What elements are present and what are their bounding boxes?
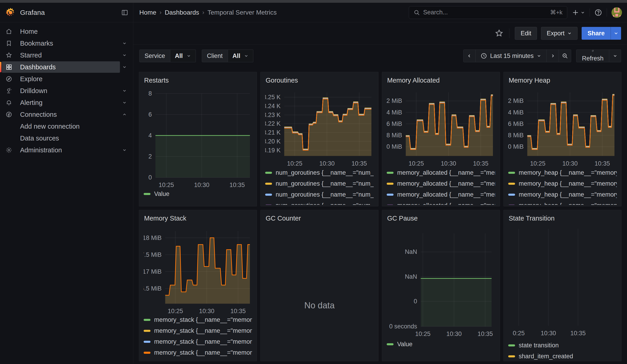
filter-bar: Service All Client All Las (133, 45, 627, 67)
memory-heap-chart[interactable]: 72 MiB64 MiB56 MiB48 MiB40 MiB10:2510:30… (508, 87, 617, 167)
breadcrumb-home[interactable]: Home (139, 9, 157, 16)
service-filter: Service All (139, 50, 196, 62)
favorite-star-icon[interactable] (495, 29, 504, 38)
zoom-out-button[interactable] (559, 50, 571, 62)
legend-series-marker (387, 172, 394, 174)
share-menu-button[interactable] (611, 27, 621, 40)
memory-allocated-chart[interactable]: 72 MiB64 MiB56 MiB48 MiB40 MiB10:2510:30… (387, 87, 495, 167)
legend-series-label: state transition (519, 342, 559, 349)
svg-text:18 MiB: 18 MiB (144, 234, 162, 241)
svg-text:3.24 K: 3.24 K (265, 103, 281, 109)
svg-text:0: 0 (149, 174, 152, 181)
legend-series-marker (265, 194, 272, 196)
zoom-out-icon (562, 53, 568, 59)
compass-icon (5, 75, 12, 82)
legend-item[interactable]: Value (144, 188, 252, 199)
export-button[interactable]: Export (541, 27, 577, 40)
client-filter: Client All (202, 50, 254, 62)
svg-text:40 MiB: 40 MiB (387, 143, 402, 150)
svg-text:10:30: 10:30 (194, 182, 209, 188)
chart-legend: Value (144, 188, 252, 199)
legend-item[interactable]: num_goroutines {__name__="num_go (265, 200, 374, 205)
sidebar-item-alerting[interactable]: Alerting (0, 97, 133, 108)
sidebar-item-data-sources[interactable]: Data sources (0, 132, 133, 144)
sidebar: Home Bookmarks Starred Dashboards Explor… (0, 22, 133, 364)
legend-item[interactable]: memory_heap {__name__="memory_h (508, 167, 617, 178)
legend-item[interactable]: memory_heap {__name__="memory_h (508, 178, 617, 189)
share-button[interactable]: Share (582, 27, 611, 40)
sidebar-item-dashboards[interactable]: Dashboards (0, 61, 133, 73)
time-forward-button[interactable] (547, 50, 559, 62)
panel-state-transition: State Transition 0:2510:3010:35 state tr… (503, 210, 622, 361)
legend-series-marker (265, 205, 272, 205)
legend-series-label: memory_stack {__name__="memory_s (154, 338, 252, 345)
sidebar-item-add-new-connection[interactable]: Add new connection (0, 120, 133, 132)
legend-series-marker (508, 172, 515, 174)
legend-series-label: Value (397, 341, 413, 348)
sidebar-item-starred[interactable]: Starred (0, 49, 133, 61)
panel-title: Memory Stack (144, 215, 252, 222)
time-range-picker[interactable]: Last 15 minutes (476, 50, 547, 62)
service-filter-value[interactable]: All (170, 50, 196, 62)
sidebar-item-drilldown[interactable]: Drilldown (0, 85, 133, 97)
search-box[interactable]: ⌘+k (409, 6, 567, 19)
refresh-group: Refresh (576, 50, 621, 62)
sidebar-item-connections[interactable]: Connections (0, 108, 133, 120)
memory-stack-chart[interactable]: 18 MiB17.5 MiB17 MiB16.5 MiB10:2510:3010… (144, 225, 252, 314)
legend-item[interactable]: memory_allocated {__name__="memo (387, 178, 495, 189)
svg-text:2: 2 (149, 153, 152, 160)
chevron-down-icon (580, 10, 585, 15)
legend-item[interactable]: memory_heap {__name__="memory_h (508, 189, 617, 200)
header-divider (590, 8, 590, 17)
legend-item[interactable]: memory_heap {__name__="memory_h (508, 200, 617, 205)
legend-series-marker (265, 172, 272, 174)
goroutines-chart[interactable]: 3.25 K3.24 K3.23 K3.22 K3.21 K3.20 K3.19… (265, 87, 374, 167)
add-new-button[interactable] (572, 9, 585, 16)
gc-pause-chart[interactable]: NaNNaN00 seconds10:2510:3010:35 (387, 225, 495, 339)
sidebar-item-home[interactable]: Home (0, 26, 133, 37)
svg-text:10:30: 10:30 (199, 308, 214, 314)
sidebar-toggle-icon[interactable] (121, 9, 128, 16)
panel-goroutines: Goroutines 3.25 K3.24 K3.23 K3.22 K3.21 … (260, 72, 378, 207)
sidebar-item-administration[interactable]: Administration (0, 144, 133, 156)
chevron-down-icon (567, 31, 572, 36)
legend-series-marker (508, 183, 515, 185)
breadcrumb-dashboards[interactable]: Dashboards (165, 9, 199, 16)
legend-item[interactable]: memory_stack {__name__="memory_s (144, 314, 252, 325)
legend-item[interactable]: memory_stack {__name__="memory_s (144, 325, 252, 336)
client-filter-label: Client (202, 50, 228, 62)
legend-series-label: num_goroutines {__name__="num_go (276, 202, 374, 205)
sidebar-item-explore[interactable]: Explore (0, 73, 133, 85)
legend-item[interactable]: memory_stack {__name__="memory_s (144, 347, 252, 358)
help-button[interactable] (594, 9, 602, 16)
legend-item[interactable]: num_goroutines {__name__="num_go (265, 178, 374, 189)
state-transition-chart[interactable]: 0:2510:3010:35 (508, 225, 617, 340)
legend-item[interactable]: shard_item_created (508, 351, 617, 361)
time-controls: Last 15 minutes Refresh (463, 50, 621, 62)
edit-button[interactable]: Edit (515, 27, 537, 40)
refresh-button[interactable]: Refresh (576, 50, 609, 62)
search-input[interactable] (423, 9, 547, 16)
legend-series-label: num_goroutines {__name__="num_go (276, 169, 374, 176)
legend-item[interactable]: state transition (508, 340, 617, 351)
home-icon (5, 28, 12, 35)
legend-item[interactable]: memory_allocated {__name__="memo (387, 189, 495, 200)
legend-item[interactable]: Value (387, 339, 495, 350)
refresh-interval-button[interactable] (609, 50, 621, 62)
svg-text:NaN: NaN (405, 273, 417, 280)
avatar[interactable] (612, 7, 622, 18)
legend-item[interactable]: memory_allocated {__name__="memo (387, 200, 495, 205)
legend-item[interactable]: num_goroutines {__name__="num_go (265, 167, 374, 178)
restarts-chart[interactable]: 8642010:2510:3010:35 (144, 87, 252, 188)
legend-item[interactable]: num_goroutines {__name__="num_go (265, 189, 374, 200)
sidebar-item-bookmarks[interactable]: Bookmarks (0, 37, 133, 49)
client-filter-value[interactable]: All (228, 50, 254, 62)
time-back-button[interactable] (463, 50, 476, 62)
chevron-down-icon (122, 89, 127, 93)
svg-text:10:25: 10:25 (409, 160, 424, 167)
legend-item[interactable]: memory_allocated {__name__="memo (387, 167, 495, 178)
panel-title: Memory Heap (509, 77, 617, 84)
chart-legend: Value (387, 339, 495, 350)
legend-series-label: shard_item_created (519, 353, 573, 360)
legend-item[interactable]: memory_stack {__name__="memory_s (144, 336, 252, 347)
